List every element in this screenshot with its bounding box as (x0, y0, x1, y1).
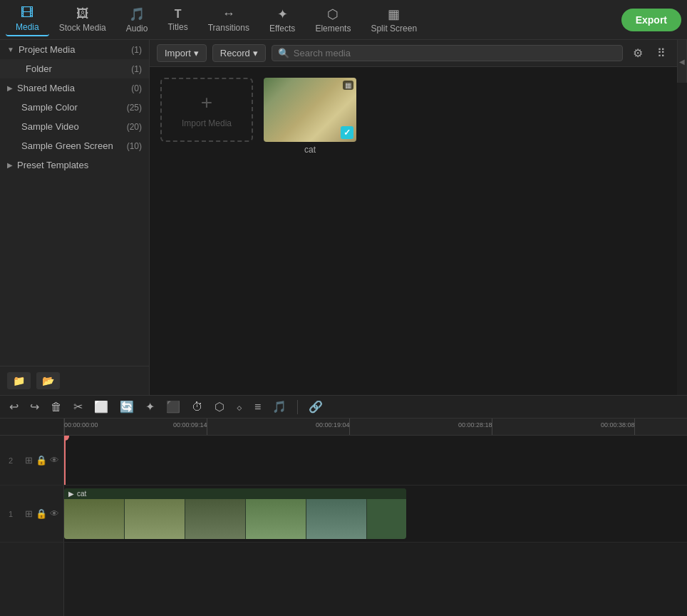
timeline-body: 2 ⊞ 🔒 👁 1 ⊞ 🔒 👁 00:00:00:00 00:00:09:14 (0, 419, 687, 616)
transform-button[interactable]: ⬦ (232, 399, 247, 415)
ruler-label-1: 00:00:09:14 (173, 421, 207, 428)
crop-button[interactable]: ⬜ (91, 399, 112, 415)
clip-header: ▶ cat (64, 488, 406, 499)
link-button[interactable]: 🔗 (305, 399, 326, 415)
media-icon: 🎞 (21, 6, 33, 21)
shared-media-arrow: ▶ (7, 84, 13, 92)
nav-item-stock-media[interactable]: 🖼 Stock Media (49, 4, 116, 36)
trim-button[interactable]: ⬛ (162, 399, 184, 415)
clip-frame-4 (246, 499, 306, 539)
shared-media-label: Shared Media (17, 83, 131, 93)
sample-video-count: (20) (127, 122, 142, 132)
stock-media-icon: 🖼 (76, 6, 89, 21)
record-dropdown-arrow[interactable]: ▾ (253, 48, 258, 58)
export-button[interactable]: Export (621, 9, 681, 31)
nav-item-audio[interactable]: 🎵 Audio (116, 4, 158, 36)
rotate-button[interactable]: 🔄 (116, 399, 138, 415)
track-2-control: 2 ⊞ 🔒 👁 (0, 436, 64, 486)
sidebar-item-shared-media[interactable]: ▶ Shared Media (0) (0, 78, 149, 98)
sample-video-label: Sample Video (21, 121, 127, 132)
media-grid: + Import Media ▦ ✓ cat (150, 67, 677, 395)
shared-media-count: (0) (131, 83, 142, 93)
nav-item-titles[interactable]: T Titles (157, 5, 197, 35)
record-button[interactable]: Record ▾ (212, 44, 266, 62)
sidebar-item-sample-video[interactable]: Sample Video (20) (0, 117, 149, 136)
nav-item-elements[interactable]: ⬡ Elements (305, 4, 361, 36)
view-options-button[interactable]: ⠿ (653, 45, 670, 61)
speed-button[interactable]: ⏱ (188, 399, 207, 415)
sidebar-footer: 📁 📂 (0, 366, 149, 395)
project-media-arrow: ▼ (7, 46, 14, 53)
media-item-name: cat (304, 145, 316, 155)
import-label: Import (165, 48, 191, 58)
nav-label-titles: Titles (167, 22, 187, 32)
timeline-toolbar: ↩ ↪ 🗑 ✂ ⬜ 🔄 ✦ ⬛ ⏱ ⬡ ⬦ ≡ 🎵 🔗 (0, 396, 687, 419)
sidebar-collapse-arrow[interactable]: ◀ (677, 40, 687, 83)
sidebar-content: ▼ Project Media (1) Folder (1) ▶ Shared … (0, 40, 149, 366)
clip-frames (64, 499, 406, 539)
ruler-spacer (0, 419, 63, 436)
toolbar-divider (297, 400, 298, 414)
new-folder-button[interactable]: 📂 (36, 372, 60, 389)
nav-item-effects[interactable]: ✦ Effects (259, 4, 305, 36)
sidebar-item-preset-templates[interactable]: ▶ Preset Templates (0, 155, 149, 175)
ruler-label-3: 00:00:28:18 (458, 421, 492, 428)
elements-icon: ⬡ (327, 6, 339, 22)
timeline-tracks: ▶ cat (64, 436, 687, 616)
clip-play-icon: ▶ (68, 490, 74, 498)
sidebar-item-sample-green-screen[interactable]: Sample Green Screen (10) (0, 136, 149, 155)
filter-button[interactable]: ⚙ (629, 45, 647, 61)
sample-green-screen-count: (10) (127, 141, 142, 151)
track-1-lock-icon[interactable]: 🔒 (36, 508, 47, 519)
track-2-eye-icon[interactable]: 👁 (50, 455, 59, 466)
audio-icon: 🎵 (129, 6, 145, 22)
cut-button[interactable]: ✂ (70, 399, 86, 415)
top-navigation: 🎞 Media 🖼 Stock Media 🎵 Audio T Titles ↔… (0, 0, 687, 40)
ruler-label-0: 00:00:00:00 (64, 421, 98, 428)
nav-label-audio: Audio (126, 24, 148, 34)
color-button[interactable]: ✦ (142, 399, 158, 415)
project-media-label: Project Media (19, 44, 131, 55)
sidebar-item-folder[interactable]: Folder (1) (0, 59, 149, 78)
nav-label-split-screen: Split Screen (371, 24, 417, 34)
redo-button[interactable]: ↪ (26, 399, 43, 415)
delete-button[interactable]: 🗑 (47, 399, 66, 415)
track-2-lock-icon[interactable]: 🔒 (36, 455, 47, 466)
nav-item-split-screen[interactable]: ▦ Split Screen (361, 4, 427, 36)
sample-color-label: Sample Color (21, 102, 127, 113)
preset-templates-label: Preset Templates (17, 160, 142, 170)
track-1-eye-icon[interactable]: 👁 (50, 508, 59, 519)
search-input[interactable] (294, 48, 616, 58)
media-selected-check: ✓ (341, 126, 353, 139)
nav-label-transitions: Transitions (208, 23, 249, 33)
track-1-layer-icon[interactable]: ⊞ (25, 508, 33, 519)
nav-item-media[interactable]: 🎞 Media (6, 3, 49, 36)
ruler-marker-1: 00:00:09:14 (207, 419, 207, 435)
audio-mix-button[interactable]: ≡ (251, 399, 264, 415)
track-2-layer-icon[interactable]: ⊞ (25, 455, 33, 466)
import-button[interactable]: Import ▾ (157, 44, 207, 62)
import-dropdown-arrow[interactable]: ▾ (194, 48, 199, 58)
clip-frame-3 (185, 499, 246, 539)
audio-button[interactable]: 🎵 (269, 399, 290, 415)
track-1-clip-cat[interactable]: ▶ cat (64, 488, 406, 539)
sidebar-item-project-media[interactable]: ▼ Project Media (1) (0, 40, 149, 59)
ruler-label-2: 00:00:19:04 (316, 421, 350, 428)
sidebar-item-sample-color[interactable]: Sample Color (25) (0, 98, 149, 117)
playhead[interactable] (64, 436, 66, 485)
overlay-button[interactable]: ⬡ (211, 399, 228, 415)
import-media-tile[interactable]: + Import Media (160, 78, 253, 142)
nav-label-stock-media: Stock Media (59, 23, 106, 33)
nav-item-transitions[interactable]: ↔ Transitions (198, 4, 259, 36)
media-type-badge: ▦ (343, 81, 353, 90)
track-2-content (64, 436, 687, 485)
add-folder-button[interactable]: 📁 (7, 372, 31, 389)
search-bar: 🔍 (272, 45, 623, 61)
track-1-number: 1 (9, 510, 13, 518)
ruler-marker-2: 00:00:19:04 (349, 419, 350, 435)
media-tile-cat[interactable]: ▦ ✓ cat (264, 78, 356, 155)
undo-button[interactable]: ↩ (6, 399, 22, 415)
ruler-marker-4: 00:00:38:08 (634, 419, 635, 435)
track-2-number: 2 (9, 456, 13, 465)
clip-frame-2 (125, 499, 185, 539)
